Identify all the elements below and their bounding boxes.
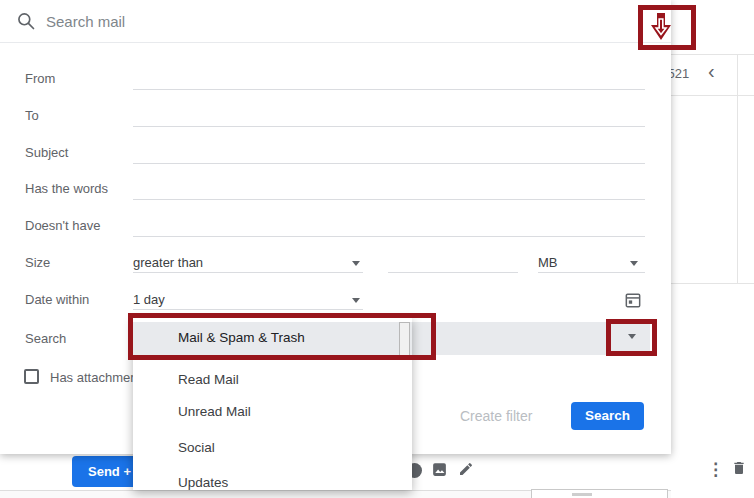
has-attachment-label: Has attachment [50, 370, 133, 385]
size-comparator-underline [133, 272, 363, 273]
has-words-field[interactable] [133, 199, 645, 200]
calendar-icon[interactable] [623, 290, 643, 314]
search-scope-label: Search [25, 331, 66, 346]
size-unit-underline [538, 272, 645, 273]
to-field[interactable] [133, 126, 645, 127]
size-unit-select[interactable]: MB [538, 255, 558, 270]
create-filter-button[interactable]: Create filter [460, 408, 532, 424]
chevron-down-icon[interactable] [352, 298, 360, 303]
doesnt-have-label: Doesn't have [25, 218, 100, 233]
search-icon [16, 11, 36, 35]
has-words-label: Has the words [25, 181, 108, 196]
insert-image-icon[interactable] [431, 461, 448, 482]
dropdown-item-read-mail[interactable]: Read Mail [178, 372, 239, 387]
has-attachment-checkbox[interactable] [24, 369, 39, 384]
gmail-search-options-screen: ,521 ‹ Send + ⋮ Search mail From To Subj… [0, 0, 754, 498]
annotation-box-dropdown-caret [606, 319, 657, 356]
list-toolbar-top-divider [671, 54, 754, 55]
size-value-field[interactable] [388, 272, 518, 273]
subject-label: Subject [25, 145, 68, 160]
from-label: From [25, 71, 55, 86]
list-toolbar-bottom-divider [671, 95, 754, 96]
date-underline [133, 309, 363, 310]
annotation-box-selected-item [128, 313, 436, 360]
dropdown-item-unread-mail[interactable]: Unread Mail [178, 404, 251, 419]
search-input[interactable]: Search mail [46, 13, 125, 30]
tooltip-stub [531, 489, 668, 498]
date-within-label: Date within [25, 292, 89, 307]
list-scrollbar-divider [737, 54, 738, 283]
size-label: Size [25, 255, 50, 270]
dropdown-item-updates[interactable]: Updates [178, 475, 228, 490]
more-options-icon[interactable]: ⋮ [707, 459, 724, 480]
list-bottom-divider [671, 283, 754, 284]
searchbar-divider [0, 42, 671, 43]
date-within-select[interactable]: 1 day [133, 292, 165, 307]
chevron-down-icon[interactable] [352, 261, 360, 266]
search-button[interactable]: Search [571, 402, 644, 430]
chevron-down-icon[interactable] [630, 261, 638, 266]
doesnt-have-field[interactable] [133, 236, 645, 237]
prev-page-chevron-icon[interactable]: ‹ [708, 60, 715, 83]
size-comparator-select[interactable]: greater than [133, 255, 203, 270]
signature-pen-icon[interactable] [458, 461, 474, 481]
tooltip-text-smudge [572, 493, 592, 496]
dropdown-item-social[interactable]: Social [178, 440, 215, 455]
annotation-arrow-down-icon [650, 12, 672, 46]
subject-field[interactable] [133, 163, 645, 164]
from-field[interactable] [133, 89, 645, 90]
trash-icon[interactable] [731, 460, 747, 480]
to-label: To [25, 108, 39, 123]
